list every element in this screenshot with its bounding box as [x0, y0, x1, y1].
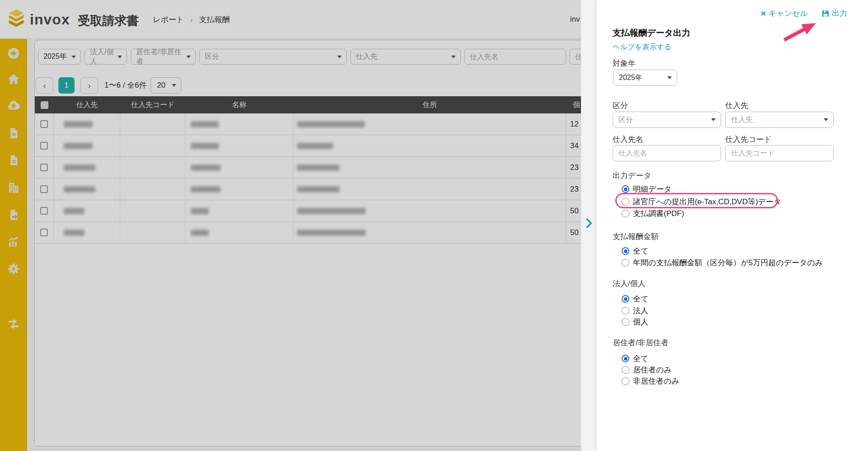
cell-name	[185, 113, 293, 135]
redacted-text	[297, 164, 340, 171]
cell-amount: 50	[566, 200, 581, 221]
supplier-select[interactable]: 仕入先	[725, 112, 834, 128]
sidebar-item-documents[interactable]	[0, 150, 27, 170]
gear-icon	[7, 263, 20, 275]
cancel-button[interactable]: × キャンセル	[761, 8, 808, 19]
radio-option-resident-all[interactable]: 全て	[622, 353, 648, 364]
row-checkbox[interactable]	[40, 229, 48, 236]
row-checkbox[interactable]	[40, 164, 48, 171]
supplier-name-input[interactable]	[613, 145, 721, 161]
panel-collapse-toggle[interactable]	[585, 218, 594, 230]
radio-option-corp-all[interactable]: 全て	[622, 294, 648, 304]
radio-option-amount-all[interactable]: 全て	[622, 246, 648, 256]
caret-down-icon	[172, 84, 176, 87]
filter-supplier-code-input[interactable]	[575, 53, 581, 61]
page-size-select[interactable]: 20	[151, 77, 181, 94]
prev-page-button[interactable]: ‹	[36, 77, 53, 94]
current-page-button[interactable]: 1	[58, 77, 75, 94]
chart-icon	[7, 235, 20, 248]
row-checkbox-cell	[35, 200, 54, 221]
radio-option-payment-report-pdf[interactable]: 支払調書(PDF)	[622, 208, 684, 219]
table-row[interactable]: 12	[35, 113, 581, 135]
app-name: invox	[30, 11, 70, 28]
sidebar-item-invoices[interactable]	[0, 123, 27, 143]
cell-address	[293, 222, 566, 243]
filter-supplier-name-input[interactable]	[470, 53, 561, 61]
breadcrumb: レポート › 支払報酬	[153, 0, 230, 39]
filter-resident-select[interactable]: 居住者/非居住者	[131, 49, 196, 65]
radio-option-corporation[interactable]: 法人	[622, 305, 648, 316]
supplier-code-input[interactable]	[725, 145, 834, 161]
filter-category-select[interactable]: 区分	[199, 49, 347, 65]
column-header-supplier: 仕入先	[54, 96, 120, 113]
app-name-suffix: 受取請求書	[78, 13, 139, 29]
redacted-text	[64, 121, 93, 127]
radio-option-amount-over-50k[interactable]: 年間の支払報酬金額（区分毎）が5万円超のデータのみ	[622, 258, 823, 268]
table-row[interactable]: 34	[35, 135, 581, 157]
pagination-range-text: 1〜6 / 全6件	[104, 77, 147, 94]
table-row[interactable]: 23	[35, 179, 581, 200]
row-checkbox[interactable]	[40, 120, 48, 128]
filter-corp-individual-select[interactable]: 法人/個人	[85, 49, 127, 65]
sidebar-item-settings[interactable]	[0, 259, 27, 279]
redacted-text	[64, 143, 93, 149]
close-icon: ×	[761, 9, 766, 17]
sidebar-item-companies[interactable]	[0, 178, 27, 197]
caret-down-icon	[667, 76, 672, 79]
radio-unselected-icon	[622, 210, 629, 217]
target-year-select[interactable]: 2025年	[613, 70, 677, 86]
redacted-text	[64, 186, 95, 193]
cell-address	[293, 200, 566, 221]
help-link[interactable]: ヘルプを表示する	[613, 42, 671, 52]
radio-option-resident-only[interactable]: 居住者のみ	[622, 365, 672, 375]
filter-supplier-code-field	[570, 49, 581, 65]
row-checkbox-cell	[35, 157, 54, 178]
filter-category-placeholder: 区分	[205, 52, 219, 61]
sidebar-item-export[interactable]	[0, 205, 27, 225]
sidebar-item-quick-entry[interactable]	[0, 43, 27, 63]
select-all-checkbox[interactable]	[41, 101, 48, 109]
table-row[interactable]: 50	[35, 200, 581, 222]
row-checkbox[interactable]	[40, 207, 48, 215]
radio-option-non-resident-only[interactable]: 非居住者のみ	[622, 376, 679, 386]
sidebar-item-home[interactable]	[0, 69, 27, 89]
row-checkbox[interactable]	[40, 142, 48, 150]
filter-supplier-select[interactable]: 仕入先	[350, 49, 461, 65]
sidebar-item-reports[interactable]	[0, 232, 27, 252]
sidebar-item-upload[interactable]	[0, 96, 27, 116]
cell-supplier-code	[120, 222, 185, 243]
radio-option-detail-data[interactable]: 明細データ	[622, 184, 672, 194]
annotation-arrow-icon	[781, 18, 819, 46]
radio-selected-icon	[622, 355, 629, 362]
redacted-text	[191, 164, 221, 171]
radio-option-individual[interactable]: 個人	[622, 317, 648, 327]
payment-amount-label: 支払報酬金額	[613, 231, 659, 242]
resident-label: 居住者/非居住者	[613, 338, 669, 348]
table-row[interactable]: 23	[35, 157, 581, 179]
cell-amount: 12	[566, 113, 581, 135]
breadcrumb-item-reports[interactable]: レポート	[153, 14, 184, 25]
redacted-text	[191, 230, 209, 236]
table-row[interactable]: 50	[35, 222, 581, 244]
cell-supplier-code	[120, 113, 185, 135]
select-all-cell	[35, 96, 54, 113]
radio-option-government-submission-data[interactable]: 諸官庁への提出用(e-Tax,CD,DVD等)データ	[622, 197, 781, 207]
export-button[interactable]: 出力	[822, 8, 847, 19]
sidebar	[0, 39, 27, 451]
row-checkbox[interactable]	[40, 185, 48, 193]
caret-down-icon	[186, 56, 191, 58]
caret-down-icon	[118, 56, 122, 58]
sidebar-item-integrations[interactable]	[0, 313, 27, 333]
caret-down-icon	[711, 118, 716, 121]
row-checkbox-cell	[35, 179, 54, 200]
radio-unselected-icon	[622, 307, 629, 315]
filter-year-select[interactable]: 2025年	[38, 49, 81, 65]
caret-down-icon	[337, 56, 342, 58]
next-page-button[interactable]: ›	[80, 77, 98, 94]
caret-down-icon	[451, 56, 456, 58]
cancel-label: キャンセル	[769, 8, 808, 19]
chevron-right-icon: ›	[88, 80, 91, 91]
redacted-text	[191, 121, 219, 127]
category-select[interactable]: 区分	[613, 112, 721, 128]
chevron-left-icon: ‹	[43, 80, 46, 91]
